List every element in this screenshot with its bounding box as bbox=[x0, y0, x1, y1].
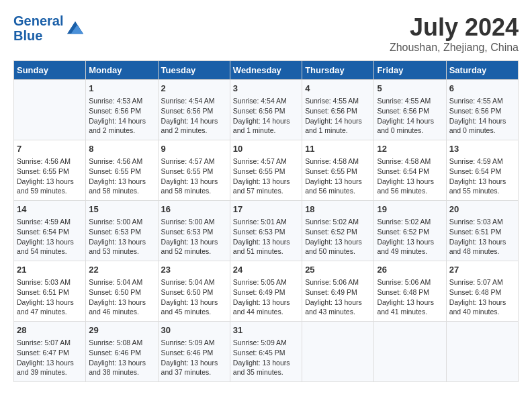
day-info: Sunrise: 5:03 AM Sunset: 6:51 PM Dayligh… bbox=[449, 217, 515, 257]
day-info: Sunrise: 5:08 AM Sunset: 6:46 PM Dayligh… bbox=[89, 338, 154, 377]
day-info: Sunrise: 4:53 AM Sunset: 6:56 PM Dayligh… bbox=[89, 96, 154, 136]
day-number: 24 bbox=[233, 264, 299, 276]
calendar-cell: 28Sunrise: 5:07 AM Sunset: 6:47 PM Dayli… bbox=[14, 322, 86, 382]
calendar-cell: 2Sunrise: 4:54 AM Sunset: 6:56 PM Daylig… bbox=[158, 80, 230, 140]
day-info: Sunrise: 5:07 AM Sunset: 6:47 PM Dayligh… bbox=[17, 338, 83, 377]
title-block: July 2024 Zhoushan, Zhejiang, China bbox=[390, 13, 519, 54]
day-info: Sunrise: 4:54 AM Sunset: 6:56 PM Dayligh… bbox=[233, 96, 299, 136]
day-info: Sunrise: 5:04 AM Sunset: 6:50 PM Dayligh… bbox=[161, 277, 227, 317]
day-number: 7 bbox=[17, 143, 83, 155]
calendar-cell: 21Sunrise: 5:03 AM Sunset: 6:51 PM Dayli… bbox=[14, 261, 86, 322]
calendar-cell: 14Sunrise: 4:59 AM Sunset: 6:54 PM Dayli… bbox=[14, 201, 86, 261]
logo-blue: Blue bbox=[13, 28, 42, 43]
calendar-cell: 23Sunrise: 5:04 AM Sunset: 6:50 PM Dayli… bbox=[158, 261, 230, 322]
calendar-cell: 3Sunrise: 4:54 AM Sunset: 6:56 PM Daylig… bbox=[230, 80, 302, 140]
calendar-week-row: 21Sunrise: 5:03 AM Sunset: 6:51 PM Dayli… bbox=[14, 261, 519, 322]
day-info: Sunrise: 4:58 AM Sunset: 6:54 PM Dayligh… bbox=[377, 156, 443, 196]
day-info: Sunrise: 4:56 AM Sunset: 6:55 PM Dayligh… bbox=[89, 156, 154, 196]
day-number: 15 bbox=[89, 203, 154, 216]
day-number: 11 bbox=[305, 143, 371, 155]
day-info: Sunrise: 5:06 AM Sunset: 6:49 PM Dayligh… bbox=[305, 277, 371, 317]
day-number: 18 bbox=[305, 203, 371, 216]
day-info: Sunrise: 5:02 AM Sunset: 6:52 PM Dayligh… bbox=[305, 217, 371, 257]
weekday-header: Thursday bbox=[302, 61, 374, 80]
calendar-cell: 27Sunrise: 5:07 AM Sunset: 6:48 PM Dayli… bbox=[446, 261, 518, 322]
day-number: 16 bbox=[161, 203, 227, 216]
calendar-cell: 13Sunrise: 4:59 AM Sunset: 6:54 PM Dayli… bbox=[446, 140, 518, 201]
day-info: Sunrise: 5:07 AM Sunset: 6:48 PM Dayligh… bbox=[449, 277, 515, 317]
day-number: 22 bbox=[89, 264, 154, 276]
day-number: 12 bbox=[377, 143, 443, 155]
day-number: 17 bbox=[233, 203, 299, 216]
day-info: Sunrise: 5:03 AM Sunset: 6:51 PM Dayligh… bbox=[17, 277, 83, 317]
day-info: Sunrise: 5:00 AM Sunset: 6:53 PM Dayligh… bbox=[89, 217, 154, 257]
day-info: Sunrise: 5:09 AM Sunset: 6:45 PM Dayligh… bbox=[233, 338, 299, 377]
day-number: 26 bbox=[377, 264, 443, 276]
calendar-cell: 20Sunrise: 5:03 AM Sunset: 6:51 PM Dayli… bbox=[446, 201, 518, 261]
day-info: Sunrise: 5:01 AM Sunset: 6:53 PM Dayligh… bbox=[233, 217, 299, 257]
calendar-cell bbox=[374, 322, 446, 382]
calendar-cell: 6Sunrise: 4:55 AM Sunset: 6:56 PM Daylig… bbox=[446, 80, 518, 140]
day-number: 29 bbox=[89, 324, 154, 336]
day-info: Sunrise: 4:58 AM Sunset: 6:55 PM Dayligh… bbox=[305, 156, 371, 196]
day-info: Sunrise: 4:54 AM Sunset: 6:56 PM Dayligh… bbox=[161, 96, 227, 136]
calendar-cell: 17Sunrise: 5:01 AM Sunset: 6:53 PM Dayli… bbox=[230, 201, 302, 261]
day-info: Sunrise: 5:04 AM Sunset: 6:50 PM Dayligh… bbox=[89, 277, 154, 317]
location-title: Zhoushan, Zhejiang, China bbox=[390, 42, 519, 54]
day-info: Sunrise: 4:55 AM Sunset: 6:56 PM Dayligh… bbox=[305, 96, 371, 136]
weekday-header: Monday bbox=[86, 61, 158, 80]
calendar-cell: 29Sunrise: 5:08 AM Sunset: 6:46 PM Dayli… bbox=[86, 322, 158, 382]
calendar-cell: 16Sunrise: 5:00 AM Sunset: 6:53 PM Dayli… bbox=[158, 201, 230, 261]
calendar-cell: 10Sunrise: 4:57 AM Sunset: 6:55 PM Dayli… bbox=[230, 140, 302, 201]
day-info: Sunrise: 5:02 AM Sunset: 6:52 PM Dayligh… bbox=[377, 217, 443, 257]
day-number: 4 bbox=[305, 83, 371, 95]
month-title: July 2024 bbox=[390, 13, 519, 42]
calendar-cell: 30Sunrise: 5:09 AM Sunset: 6:46 PM Dayli… bbox=[158, 322, 230, 382]
day-number: 31 bbox=[233, 324, 299, 336]
calendar-week-row: 14Sunrise: 4:59 AM Sunset: 6:54 PM Dayli… bbox=[14, 201, 519, 261]
calendar-cell: 4Sunrise: 4:55 AM Sunset: 6:56 PM Daylig… bbox=[302, 80, 374, 140]
calendar-cell: 24Sunrise: 5:05 AM Sunset: 6:49 PM Dayli… bbox=[230, 261, 302, 322]
day-info: Sunrise: 4:59 AM Sunset: 6:54 PM Dayligh… bbox=[17, 217, 83, 257]
day-info: Sunrise: 4:55 AM Sunset: 6:56 PM Dayligh… bbox=[377, 96, 443, 136]
calendar-cell: 8Sunrise: 4:56 AM Sunset: 6:55 PM Daylig… bbox=[86, 140, 158, 201]
day-number: 27 bbox=[449, 264, 515, 276]
day-number: 8 bbox=[89, 143, 154, 155]
day-number: 1 bbox=[89, 83, 154, 95]
day-info: Sunrise: 4:57 AM Sunset: 6:55 PM Dayligh… bbox=[161, 156, 227, 196]
day-info: Sunrise: 5:00 AM Sunset: 6:53 PM Dayligh… bbox=[161, 217, 227, 257]
calendar-cell bbox=[446, 322, 518, 382]
day-info: Sunrise: 5:05 AM Sunset: 6:49 PM Dayligh… bbox=[233, 277, 299, 317]
day-number: 23 bbox=[161, 264, 227, 276]
day-number: 14 bbox=[17, 203, 83, 216]
calendar-cell: 19Sunrise: 5:02 AM Sunset: 6:52 PM Dayli… bbox=[374, 201, 446, 261]
day-info: Sunrise: 4:59 AM Sunset: 6:54 PM Dayligh… bbox=[449, 156, 515, 196]
day-info: Sunrise: 5:09 AM Sunset: 6:46 PM Dayligh… bbox=[161, 338, 227, 377]
day-number: 28 bbox=[17, 324, 83, 336]
day-info: Sunrise: 5:06 AM Sunset: 6:48 PM Dayligh… bbox=[377, 277, 443, 317]
calendar-cell bbox=[302, 322, 374, 382]
day-number: 5 bbox=[377, 83, 443, 95]
calendar-cell: 22Sunrise: 5:04 AM Sunset: 6:50 PM Dayli… bbox=[86, 261, 158, 322]
logo-icon bbox=[66, 19, 85, 38]
calendar-cell: 11Sunrise: 4:58 AM Sunset: 6:55 PM Dayli… bbox=[302, 140, 374, 201]
calendar-header-row: SundayMondayTuesdayWednesdayThursdayFrid… bbox=[14, 61, 519, 80]
day-number: 19 bbox=[377, 203, 443, 216]
calendar-week-row: 7Sunrise: 4:56 AM Sunset: 6:55 PM Daylig… bbox=[14, 140, 519, 201]
logo: General Blue bbox=[13, 13, 85, 43]
calendar-week-row: 1Sunrise: 4:53 AM Sunset: 6:56 PM Daylig… bbox=[14, 80, 519, 140]
logo-general: General bbox=[13, 13, 63, 28]
day-number: 13 bbox=[449, 143, 515, 155]
weekday-header: Wednesday bbox=[230, 61, 302, 80]
day-number: 10 bbox=[233, 143, 299, 155]
weekday-header: Sunday bbox=[14, 61, 86, 80]
calendar-cell: 7Sunrise: 4:56 AM Sunset: 6:55 PM Daylig… bbox=[14, 140, 86, 201]
calendar-cell bbox=[14, 80, 86, 140]
calendar-cell: 5Sunrise: 4:55 AM Sunset: 6:56 PM Daylig… bbox=[374, 80, 446, 140]
weekday-header: Tuesday bbox=[158, 61, 230, 80]
day-number: 3 bbox=[233, 83, 299, 95]
calendar-cell: 31Sunrise: 5:09 AM Sunset: 6:45 PM Dayli… bbox=[230, 322, 302, 382]
calendar-table: SundayMondayTuesdayWednesdayThursdayFrid… bbox=[13, 60, 519, 382]
calendar-cell: 18Sunrise: 5:02 AM Sunset: 6:52 PM Dayli… bbox=[302, 201, 374, 261]
calendar-week-row: 28Sunrise: 5:07 AM Sunset: 6:47 PM Dayli… bbox=[14, 322, 519, 382]
